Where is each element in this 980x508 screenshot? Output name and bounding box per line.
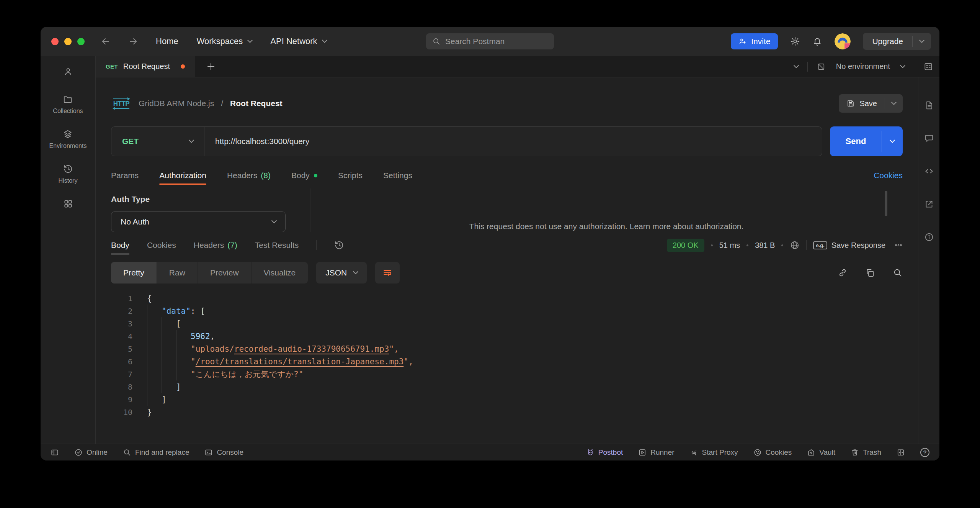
upgrade-button[interactable]: Upgrade <box>863 33 912 50</box>
code-token: " <box>191 357 196 366</box>
response-time[interactable]: 51 ms <box>719 241 740 250</box>
response-tab-body[interactable]: Body <box>111 235 129 255</box>
tab-list-chevron-icon[interactable] <box>794 62 799 68</box>
nav-home[interactable]: Home <box>156 36 178 46</box>
forward-arrow-icon[interactable] <box>128 36 138 46</box>
code-token: 5962 <box>191 332 210 341</box>
sidebar-item-collections[interactable]: Collections <box>53 94 83 115</box>
response-size[interactable]: 381 B <box>755 241 775 250</box>
open-external-icon[interactable] <box>924 199 934 209</box>
postman-window: Home Workspaces API Network Invite Upgra… <box>41 27 939 460</box>
proxy-signal-icon <box>690 448 698 457</box>
divider <box>914 62 914 72</box>
scrollbar-thumb[interactable] <box>885 191 887 216</box>
auth-type-dropdown[interactable]: No Auth <box>111 211 286 232</box>
send-button[interactable]: Send <box>830 126 882 156</box>
minimize-window-button[interactable] <box>64 38 72 45</box>
console-button[interactable]: Console <box>204 448 243 457</box>
response-tab-cookies[interactable]: Cookies <box>147 235 176 255</box>
search-input[interactable] <box>445 37 548 46</box>
maximize-window-button[interactable] <box>77 38 85 45</box>
request-tab[interactable]: GET Root Request <box>96 56 195 77</box>
postbot-button[interactable]: Postbot <box>586 448 623 457</box>
right-sidebar <box>918 77 939 444</box>
tab-settings[interactable]: Settings <box>383 166 412 185</box>
unsaved-changes-dot <box>181 64 185 69</box>
tab-params[interactable]: Params <box>111 166 139 185</box>
left-sidebar: Collections Environments History <box>41 56 96 444</box>
indent-guide <box>176 330 176 342</box>
apps-grid-icon[interactable] <box>63 199 73 209</box>
vault-button[interactable]: Vault <box>807 448 835 457</box>
cookies-button[interactable]: Cookies <box>753 448 792 457</box>
invite-button[interactable]: Invite <box>731 33 778 49</box>
environment-selector[interactable]: No environment <box>836 62 890 71</box>
sidebar-item-history[interactable]: History <box>59 164 78 184</box>
indent-guide <box>176 342 176 355</box>
global-search[interactable] <box>426 33 554 49</box>
nav-api-network[interactable]: API Network <box>270 36 326 46</box>
line-number: 5 <box>111 344 132 354</box>
file-path-link[interactable]: /root/translations/translation-Japanese.… <box>196 357 404 366</box>
url-input[interactable] <box>204 137 822 146</box>
breadcrumb-request-name[interactable]: Root Request <box>230 99 283 108</box>
tab-body[interactable]: Body <box>291 166 317 185</box>
code-token: "data" <box>162 306 191 316</box>
online-status[interactable]: Online <box>74 448 108 457</box>
runner-button[interactable]: Runner <box>638 448 674 457</box>
close-window-button[interactable] <box>51 38 59 45</box>
info-icon[interactable] <box>924 232 934 242</box>
save-button[interactable]: Save <box>839 99 885 108</box>
settings-gear-icon[interactable] <box>790 36 800 46</box>
status-badge[interactable]: 200 OK <box>667 239 704 252</box>
line-number: 1 <box>111 294 132 303</box>
toggle-sidebar-icon[interactable] <box>51 448 59 457</box>
view-preview[interactable]: Preview <box>198 262 252 283</box>
tab-scripts[interactable]: Scripts <box>338 166 363 185</box>
panel-layout-icon[interactable] <box>897 448 905 457</box>
start-proxy-button[interactable]: Start Proxy <box>690 448 738 457</box>
documentation-icon[interactable] <box>924 100 934 110</box>
response-body-json[interactable]: 1{2"data": [3[45962,5"uploads/recorded-a… <box>111 292 912 444</box>
save-menu-button[interactable] <box>885 103 903 104</box>
environments-icon <box>63 129 73 139</box>
comments-icon[interactable] <box>924 133 934 143</box>
send-menu-button[interactable] <box>882 126 903 156</box>
avatar[interactable] <box>835 33 851 49</box>
upgrade-menu-button[interactable] <box>913 33 931 50</box>
code-line: 2"data": [ <box>111 305 912 317</box>
network-globe-icon[interactable] <box>790 240 800 250</box>
file-path-link[interactable]: recorded-audio-1733790656791.mp3 <box>234 344 389 354</box>
response-tab-headers[interactable]: Headers(7) <box>194 235 237 255</box>
back-arrow-icon[interactable] <box>101 36 111 46</box>
nav-workspaces[interactable]: Workspaces <box>197 36 252 46</box>
breadcrumb-collection[interactable]: GridDB ARM Node.js <box>139 99 214 108</box>
view-pretty[interactable]: Pretty <box>111 262 157 283</box>
link-icon[interactable] <box>838 268 848 278</box>
format-dropdown[interactable]: JSON <box>316 262 367 283</box>
profile-person-icon[interactable] <box>63 67 73 77</box>
more-options-icon[interactable] <box>894 241 903 249</box>
code-snippet-icon[interactable] <box>924 166 934 176</box>
help-icon[interactable]: ? <box>920 448 929 457</box>
wrap-text-icon[interactable] <box>375 262 400 283</box>
response-tab-test-results[interactable]: Test Results <box>255 235 299 255</box>
new-tab-plus-icon[interactable] <box>206 62 216 72</box>
view-visualize[interactable]: Visualize <box>252 262 308 283</box>
tab-headers[interactable]: Headers(8) <box>227 166 271 185</box>
find-and-replace[interactable]: Find and replace <box>123 448 189 457</box>
sidebar-item-environments[interactable]: Environments <box>49 129 87 149</box>
environment-quick-look-icon[interactable] <box>923 62 933 72</box>
search-response-icon[interactable] <box>893 268 903 278</box>
trash-button[interactable]: Trash <box>851 448 881 457</box>
copy-icon[interactable] <box>865 268 875 278</box>
notifications-bell-icon[interactable] <box>812 36 822 46</box>
tab-authorization[interactable]: Authorization <box>159 166 206 185</box>
cookies-link[interactable]: Cookies <box>874 171 903 180</box>
response-history-icon[interactable] <box>334 240 344 250</box>
view-raw[interactable]: Raw <box>157 262 198 283</box>
chevron-down-icon[interactable] <box>900 62 905 68</box>
dot-separator <box>746 244 748 246</box>
save-response-button[interactable]: e.g. Save Response <box>813 241 885 250</box>
method-dropdown[interactable]: GET <box>111 137 204 146</box>
